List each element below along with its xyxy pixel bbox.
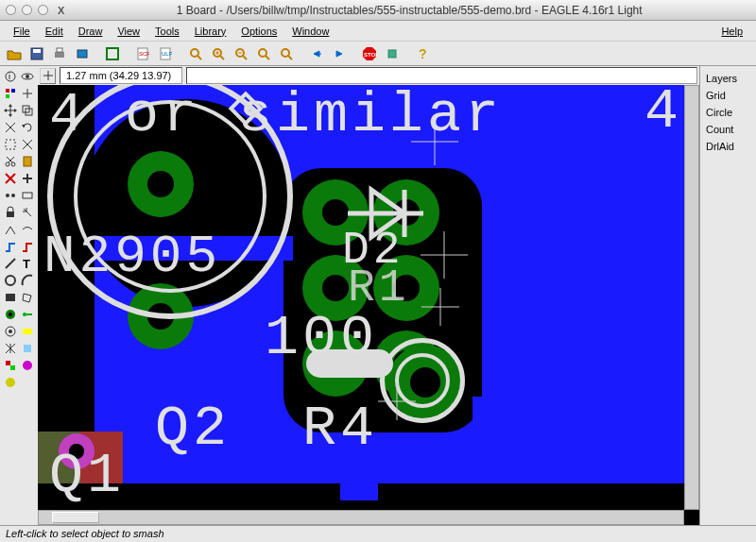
info-tool[interactable]: i: [2, 68, 18, 84]
undo-icon[interactable]: [306, 44, 327, 63]
save-icon[interactable]: [26, 44, 47, 63]
arc-tool[interactable]: [19, 272, 35, 288]
panel-circle[interactable]: Circle: [704, 104, 752, 121]
zoom-light[interactable]: [38, 5, 48, 15]
route-tool[interactable]: [2, 238, 18, 254]
errors-tool[interactable]: [19, 357, 35, 373]
text-tool[interactable]: T: [19, 255, 35, 271]
svg-marker-40: [4, 109, 7, 112]
zoom-out-icon[interactable]: [231, 44, 251, 63]
ripup-tool[interactable]: [19, 238, 35, 254]
svg-rect-76: [10, 365, 15, 370]
svg-rect-31: [6, 89, 9, 93]
zoom-fit-icon[interactable]: [185, 44, 206, 63]
print-icon[interactable]: [49, 44, 70, 63]
svg-rect-75: [6, 361, 10, 365]
move-tool[interactable]: [2, 102, 18, 118]
copy-tool[interactable]: [19, 102, 35, 118]
menu-edit[interactable]: Edit: [38, 24, 71, 39]
svg-text:SCR: SCR: [139, 51, 149, 57]
svg-text:ULP: ULP: [162, 51, 172, 57]
svg-rect-3: [57, 48, 62, 52]
go-icon[interactable]: [382, 44, 403, 63]
svg-point-21: [282, 49, 289, 57]
svg-marker-38: [9, 104, 12, 107]
silk-r1: R1: [348, 263, 410, 313]
menu-view[interactable]: View: [110, 24, 147, 39]
silk-q2: Q2: [155, 397, 231, 461]
paste-tool[interactable]: [19, 153, 35, 169]
optimize-tool[interactable]: [19, 221, 35, 237]
group-tool[interactable]: [2, 136, 18, 152]
show-tool[interactable]: [19, 68, 35, 84]
wire-tool[interactable]: [2, 255, 18, 271]
panel-count[interactable]: Count: [704, 121, 752, 138]
origin-button[interactable]: [40, 68, 56, 84]
board-icon[interactable]: [102, 44, 123, 63]
pcb-canvas[interactable]: 4 or similar N2905 100 D2 R1 Q2 R4 Q1 4: [38, 85, 684, 510]
zoom-redraw-icon[interactable]: [253, 44, 274, 63]
ratsnest-tool[interactable]: [2, 340, 18, 356]
close-light[interactable]: [6, 5, 16, 15]
cam-icon[interactable]: [72, 44, 93, 63]
open-icon[interactable]: [4, 44, 25, 63]
svg-marker-41: [14, 109, 17, 112]
help-icon[interactable]: ?: [412, 44, 433, 63]
mark-tool[interactable]: [19, 85, 35, 101]
svg-rect-50: [24, 157, 31, 166]
menu-file[interactable]: File: [6, 24, 38, 39]
lock-tool[interactable]: [2, 204, 18, 220]
svg-rect-57: [23, 193, 32, 198]
minimize-light[interactable]: [22, 5, 32, 15]
rect-tool[interactable]: [2, 289, 18, 305]
replace-tool[interactable]: [19, 187, 35, 203]
svg-point-66: [23, 313, 26, 316]
redo-icon[interactable]: [329, 44, 350, 63]
zoom-select-icon[interactable]: [276, 44, 297, 63]
drc-tool[interactable]: [2, 374, 18, 390]
mirror-tool[interactable]: [2, 119, 18, 135]
change-tool[interactable]: [19, 136, 35, 152]
svg-point-30: [26, 75, 29, 78]
silk-q1: Q1: [49, 444, 125, 508]
delete-tool[interactable]: [2, 170, 18, 186]
split-tool[interactable]: [2, 221, 18, 237]
panel-grid[interactable]: Grid: [704, 87, 752, 104]
signal-tool[interactable]: [19, 306, 35, 322]
svg-rect-84: [231, 93, 260, 123]
silk-top-text: 4 or similar: [49, 85, 503, 147]
menu-tools[interactable]: Tools: [147, 24, 187, 39]
ulp-icon[interactable]: ULP: [155, 44, 176, 63]
svg-rect-74: [24, 345, 31, 352]
cut-tool[interactable]: [2, 153, 18, 169]
svg-rect-5: [107, 48, 118, 59]
smash-tool[interactable]: [19, 204, 35, 220]
vertical-scrollbar[interactable]: [684, 85, 699, 510]
script-icon[interactable]: SCR: [132, 44, 153, 63]
menu-draw[interactable]: Draw: [71, 24, 111, 39]
panel-drlaid[interactable]: DrlAid: [704, 138, 752, 155]
svg-rect-62: [6, 294, 15, 301]
zoom-in-icon[interactable]: [208, 44, 229, 63]
rotate-tool[interactable]: [19, 119, 35, 135]
hole-tool[interactable]: [2, 323, 18, 339]
menu-window[interactable]: Window: [284, 24, 336, 39]
add-tool[interactable]: [19, 170, 35, 186]
horizontal-scrollbar[interactable]: [38, 510, 684, 525]
circle-tool[interactable]: [2, 272, 18, 288]
menu-help[interactable]: Help: [713, 24, 750, 39]
attribute-tool[interactable]: [19, 323, 35, 339]
stop-icon[interactable]: STOP: [359, 44, 380, 63]
menu-options[interactable]: Options: [233, 24, 284, 39]
panel-layers[interactable]: Layers: [704, 70, 752, 87]
command-input[interactable]: [186, 67, 697, 84]
polygon-tool[interactable]: [19, 289, 35, 305]
menu-library[interactable]: Library: [187, 24, 234, 39]
erc-tool[interactable]: [2, 357, 18, 373]
display-tool[interactable]: [2, 85, 18, 101]
auto-tool[interactable]: [19, 340, 35, 356]
svg-rect-45: [6, 140, 15, 149]
svg-point-61: [6, 276, 15, 285]
via-tool[interactable]: [2, 306, 18, 322]
pinswap-tool[interactable]: [2, 187, 18, 203]
